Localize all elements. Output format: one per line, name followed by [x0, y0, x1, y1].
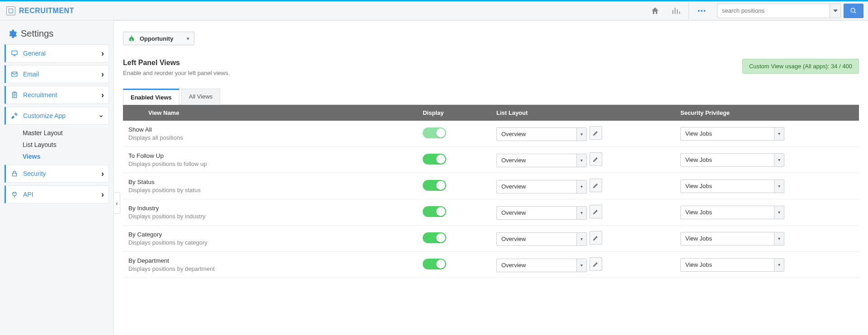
settings-heading: Settings — [5, 27, 109, 44]
edit-layout-button[interactable] — [590, 257, 602, 271]
cell-view-name: To Follow UpDisplays positions to follow… — [123, 147, 417, 173]
view-desc-text: Displays positions by industry — [128, 213, 412, 220]
security-dropdown[interactable]: View Jobs▾ — [680, 153, 784, 167]
entity-selector[interactable]: Opportunity ▾ — [123, 32, 194, 45]
security-dropdown[interactable]: View Jobs▾ — [680, 179, 784, 193]
security-dropdown[interactable]: View Jobs▾ — [680, 232, 784, 245]
cell-view-name: By IndustryDisplays positions by industr… — [123, 199, 417, 226]
section-subtitle: Enable and reorder your left panel views… — [123, 70, 230, 76]
sidebar-item-api[interactable]: API — [5, 185, 109, 203]
layout-value: Overview — [497, 157, 576, 164]
search-scope-dropdown[interactable] — [830, 4, 841, 18]
table-row: By CategoryDisplays positions by categor… — [123, 226, 859, 252]
clipboard-icon — [10, 91, 19, 99]
display-toggle[interactable] — [423, 206, 446, 217]
caret-down-icon: ▾ — [774, 206, 784, 219]
cell-display — [417, 199, 491, 226]
toggle-knob — [436, 128, 445, 137]
layout-dropdown[interactable]: Overview▾ — [496, 154, 587, 167]
sidebar-collapse-handle[interactable]: ‹ — [114, 192, 120, 214]
caret-down-icon: ▾ — [774, 232, 784, 245]
security-value: View Jobs — [681, 130, 774, 137]
search-button[interactable] — [844, 4, 863, 18]
layout-value: Overview — [497, 183, 576, 190]
security-value: View Jobs — [681, 235, 774, 242]
sub-item-master-layout[interactable]: Master Layout — [23, 129, 109, 137]
cell-security: View Jobs▾ — [675, 121, 859, 147]
col-header-layout: List Layout — [491, 105, 675, 121]
home-icon[interactable] — [647, 3, 663, 19]
tabs: Enabled Views All Views — [123, 88, 859, 105]
cell-layout: Overview▾ — [491, 173, 675, 199]
search-input[interactable] — [717, 4, 830, 18]
entity-label: Opportunity — [140, 35, 173, 42]
view-name-text: By Category — [128, 231, 412, 238]
sidebar-item-email[interactable]: Email — [5, 65, 109, 83]
display-toggle[interactable] — [423, 259, 446, 269]
edit-layout-button[interactable] — [590, 231, 602, 245]
lock-icon — [10, 170, 19, 177]
security-dropdown[interactable]: View Jobs▾ — [680, 206, 784, 219]
layout-dropdown[interactable]: Overview▾ — [496, 206, 587, 220]
sub-item-list-layouts[interactable]: List Layouts — [23, 141, 109, 148]
chevron-right-icon — [101, 190, 104, 199]
layout-dropdown[interactable]: Overview▾ — [496, 180, 587, 193]
layout-dropdown[interactable]: Overview▾ — [496, 127, 587, 141]
cell-view-name: Show AllDisplays all positions — [123, 121, 417, 147]
layout-value: Overview — [497, 262, 576, 269]
edit-layout-button[interactable] — [590, 205, 602, 218]
security-value: View Jobs — [681, 209, 774, 216]
customize-app-children: Master Layout List Layouts Views — [5, 127, 109, 165]
svg-rect-4 — [12, 51, 17, 55]
layout-value: Overview — [497, 209, 576, 216]
chevron-right-icon — [101, 90, 104, 100]
caret-down-icon: ▾ — [774, 127, 784, 140]
pencil-icon — [593, 130, 599, 136]
layout-dropdown[interactable]: Overview▾ — [496, 232, 587, 246]
tab-all-views[interactable]: All Views — [181, 89, 221, 105]
view-name-text: By Industry — [128, 205, 412, 212]
view-name-text: Show All — [128, 126, 412, 133]
view-desc-text: Displays positions by category — [128, 239, 412, 246]
view-desc-text: Displays positions by status — [128, 187, 412, 193]
pencil-icon — [593, 156, 599, 162]
toggle-knob — [436, 260, 445, 269]
security-dropdown[interactable]: View Jobs▾ — [680, 258, 784, 272]
mail-icon — [10, 71, 19, 78]
sidebar-item-general[interactable]: General — [5, 44, 109, 62]
caret-down-icon: ▾ — [774, 259, 784, 271]
more-icon[interactable] — [693, 3, 710, 19]
main-content: Opportunity ▾ Left Panel Views Enable an… — [114, 20, 868, 335]
sidebar-item-security[interactable]: Security — [5, 165, 109, 183]
display-toggle[interactable] — [423, 154, 446, 165]
security-dropdown[interactable]: View Jobs▾ — [680, 127, 784, 141]
sidebar-item-label: API — [23, 191, 33, 198]
sub-item-views[interactable]: Views — [23, 153, 109, 160]
display-toggle[interactable] — [423, 180, 446, 191]
analytics-icon[interactable] — [668, 3, 684, 19]
security-value: View Jobs — [681, 261, 774, 268]
tab-enabled-views[interactable]: Enabled Views — [123, 89, 179, 105]
view-desc-text: Displays positions by department — [128, 265, 412, 272]
chevron-down-icon — [98, 112, 104, 120]
sidebar-item-label: Security — [23, 170, 46, 177]
view-name-text: By Department — [128, 257, 412, 264]
edit-layout-button[interactable] — [590, 152, 602, 166]
col-header-display: Display — [417, 105, 491, 121]
views-table: View Name Display List Layout Security P… — [123, 105, 859, 278]
sidebar-item-recruitment[interactable]: Recruitment — [5, 86, 109, 104]
layout-dropdown[interactable]: Overview▾ — [496, 259, 587, 272]
caret-down-icon: ▾ — [576, 233, 586, 245]
money-bag-icon — [128, 35, 135, 42]
display-toggle[interactable] — [423, 127, 446, 138]
sidebar-item-customize-app[interactable]: Customize App — [5, 107, 109, 125]
toggle-knob — [436, 233, 445, 242]
cell-layout: Overview▾ — [491, 226, 675, 252]
col-header-name: View Name — [123, 105, 417, 121]
brand[interactable]: RECRUITMENT — [6, 6, 74, 15]
edit-layout-button[interactable] — [590, 126, 602, 140]
monitor-icon — [10, 50, 19, 57]
layout-value: Overview — [497, 131, 576, 137]
edit-layout-button[interactable] — [590, 179, 602, 192]
display-toggle[interactable] — [423, 232, 446, 243]
